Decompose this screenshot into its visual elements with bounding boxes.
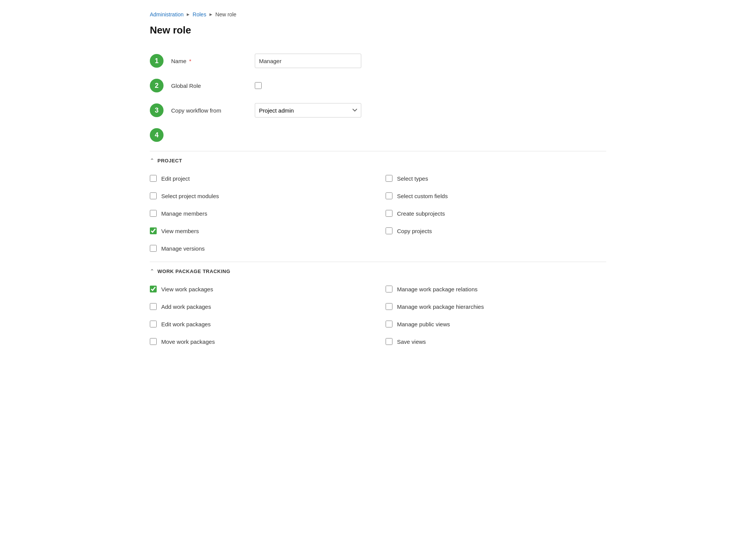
checkbox-edit-work-packages[interactable] — [150, 321, 157, 327]
label-view-work-packages: View work packages — [161, 286, 213, 292]
wpt-permissions-grid: View work packages Manage work package r… — [150, 279, 606, 355]
checkbox-copy-projects[interactable] — [386, 227, 392, 234]
label-copy-projects: Copy projects — [397, 228, 432, 234]
label-select-project-modules: Select project modules — [161, 193, 219, 199]
step-badge-2: 2 — [150, 79, 164, 92]
label-manage-versions: Manage versions — [161, 245, 205, 252]
checkbox-move-work-packages[interactable] — [150, 338, 157, 345]
perm-edit-project: Edit project — [150, 170, 370, 187]
label-save-views: Save views — [397, 338, 426, 345]
step-badge-3: 3 — [150, 103, 164, 117]
page-container: Administration ► Roles ► New role New ro… — [131, 0, 625, 366]
checkbox-manage-public-views[interactable] — [386, 321, 392, 327]
label-manage-wp-hierarchies: Manage work package hierarchies — [397, 303, 484, 310]
label-manage-public-views: Manage public views — [397, 321, 450, 327]
permissions-row-header: 4 — [150, 123, 606, 147]
label-edit-project: Edit project — [161, 175, 190, 182]
name-label: Name * — [171, 58, 247, 64]
perm-view-members: View members — [150, 222, 370, 240]
perm-select-project-modules: Select project modules — [150, 187, 370, 205]
label-add-work-packages: Add work packages — [161, 303, 211, 310]
checkbox-select-project-modules[interactable] — [150, 192, 157, 199]
global-role-checkbox[interactable] — [255, 82, 262, 89]
copy-workflow-select[interactable]: Project admin Manager Developer Reporter… — [255, 103, 361, 118]
required-star: * — [187, 58, 191, 64]
breadcrumb-admin-link[interactable]: Administration — [150, 11, 184, 17]
collapse-icon-project: ⌃ — [150, 157, 154, 164]
perm-copy-projects: Copy projects — [386, 222, 606, 240]
copy-workflow-row: 3 Copy workflow from Project admin Manag… — [150, 98, 606, 123]
label-select-types: Select types — [397, 175, 428, 182]
permissions-section: ⌃ PROJECT Edit project Select types Sele… — [150, 151, 606, 355]
checkbox-manage-wp-hierarchies[interactable] — [386, 303, 392, 310]
label-move-work-packages: Move work packages — [161, 338, 215, 345]
perm-edit-work-packages: Edit work packages — [150, 315, 370, 333]
checkbox-manage-members[interactable] — [150, 210, 157, 217]
checkbox-select-types[interactable] — [386, 175, 392, 182]
checkbox-select-custom-fields[interactable] — [386, 192, 392, 199]
checkbox-view-members[interactable] — [150, 227, 157, 234]
perm-manage-public-views: Manage public views — [386, 315, 606, 333]
label-manage-wp-relations: Manage work package relations — [397, 286, 478, 292]
label-edit-work-packages: Edit work packages — [161, 321, 211, 327]
breadcrumb: Administration ► Roles ► New role — [150, 11, 606, 17]
name-row: 1 Name * — [150, 48, 606, 73]
name-input[interactable] — [255, 54, 361, 68]
project-section-header[interactable]: ⌃ PROJECT — [150, 151, 606, 168]
perm-select-custom-fields: Select custom fields — [386, 187, 606, 205]
breadcrumb-current: New role — [215, 11, 236, 17]
label-create-subprojects: Create subprojects — [397, 210, 445, 217]
perm-move-work-packages: Move work packages — [150, 333, 370, 350]
checkbox-manage-wp-relations[interactable] — [386, 286, 392, 292]
wpt-section-header[interactable]: ⌃ WORK PACKAGE TRACKING — [150, 262, 606, 279]
collapse-icon-wpt: ⌃ — [150, 268, 154, 274]
project-permissions-grid: Edit project Select types Select project… — [150, 168, 606, 262]
perm-select-types: Select types — [386, 170, 606, 187]
form-section: 1 Name * 2 Global Role 3 Copy workflow f… — [150, 48, 606, 147]
wpt-section-label: WORK PACKAGE TRACKING — [157, 268, 230, 274]
checkbox-edit-project[interactable] — [150, 175, 157, 182]
perm-save-views: Save views — [386, 333, 606, 350]
breadcrumb-sep-1: ► — [186, 12, 191, 17]
perm-manage-wp-relations: Manage work package relations — [386, 280, 606, 298]
breadcrumb-sep-2: ► — [208, 12, 213, 17]
checkbox-view-work-packages[interactable] — [150, 286, 157, 292]
checkbox-create-subprojects[interactable] — [386, 210, 392, 217]
breadcrumb-roles-link[interactable]: Roles — [193, 11, 206, 17]
step-badge-1: 1 — [150, 54, 164, 68]
label-select-custom-fields: Select custom fields — [397, 193, 448, 199]
page-title: New role — [150, 24, 606, 36]
perm-manage-members: Manage members — [150, 205, 370, 222]
global-role-row: 2 Global Role — [150, 73, 606, 98]
checkbox-manage-versions[interactable] — [150, 245, 157, 252]
perm-add-work-packages: Add work packages — [150, 298, 370, 315]
step-badge-4: 4 — [150, 128, 164, 142]
perm-manage-versions: Manage versions — [150, 240, 370, 257]
copy-workflow-label: Copy workflow from — [171, 107, 247, 114]
checkbox-save-views[interactable] — [386, 338, 392, 345]
global-role-label: Global Role — [171, 83, 247, 89]
checkbox-add-work-packages[interactable] — [150, 303, 157, 310]
project-section-label: PROJECT — [157, 158, 182, 164]
label-manage-members: Manage members — [161, 210, 207, 217]
label-view-members: View members — [161, 228, 199, 234]
perm-view-work-packages: View work packages — [150, 280, 370, 298]
perm-create-subprojects: Create subprojects — [386, 205, 606, 222]
perm-manage-wp-hierarchies: Manage work package hierarchies — [386, 298, 606, 315]
